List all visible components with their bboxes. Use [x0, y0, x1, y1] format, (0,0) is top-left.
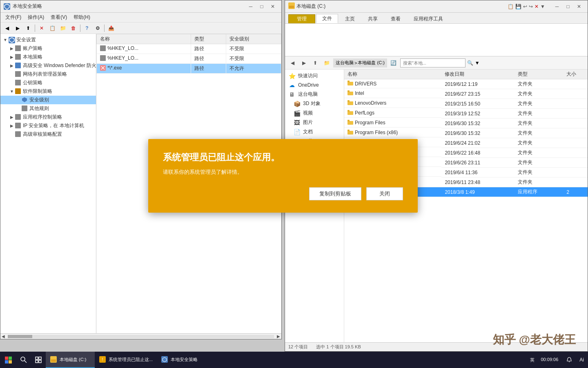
file-date-4: 2019/6/30 15:32 [441, 119, 514, 128]
ribbon-tab-mgmt[interactable]: 管理 [288, 14, 315, 23]
nav-quick-access[interactable]: ⭐ 快速访问 [285, 71, 344, 81]
nav-up[interactable]: ⬆ [310, 58, 320, 68]
menu-view[interactable]: 查看(V) [47, 13, 70, 22]
nav-refresh[interactable]: 🔄 [389, 58, 399, 68]
toolbar-up-btn[interactable]: ⬆ [23, 24, 33, 33]
close-button[interactable]: ✕ [267, 1, 278, 12]
col-level[interactable]: 安全级别 [226, 34, 281, 44]
scroll-thumb[interactable] [8, 335, 32, 338]
tree-item-software[interactable]: ▼ 软件限制策略 [0, 87, 96, 96]
copy-to-clipboard-button[interactable]: 复制到剪贴板 [309, 187, 361, 200]
ribbon-tab-file[interactable]: 文件 [316, 14, 338, 23]
col-name[interactable]: 名称 [97, 34, 191, 44]
cell-level-0: 不受限 [226, 44, 281, 54]
scroll-left[interactable]: ◀ [0, 334, 6, 339]
file-col-date[interactable]: 修改日期 [441, 70, 514, 79]
ribbon-tab-share[interactable]: 共享 [362, 14, 384, 23]
breadcrumb-drive[interactable]: 本地磁盘 (C:) [358, 60, 384, 66]
table-row[interactable]: Intel 2019/6/27 23:15 文件夹 [344, 89, 588, 99]
nav-3d[interactable]: 📦 3D 对象 [285, 99, 344, 108]
nav-pictures[interactable]: 🖼 图片 [285, 118, 344, 127]
file-col-type[interactable]: 类型 [514, 70, 563, 79]
close-dialog-button[interactable]: 关闭 [366, 187, 403, 200]
file-icon-4 [347, 120, 353, 126]
expander-account[interactable]: ▶ [9, 45, 15, 52]
maximize-button[interactable]: □ [256, 1, 267, 12]
file-col-name[interactable]: 名称 [344, 70, 441, 79]
expander-ipsec[interactable]: ▶ [9, 123, 15, 129]
table-row[interactable]: DRIVERS 2019/6/12 1:19 文件夹 [344, 79, 588, 89]
taskbar-app-explorer[interactable]: 本地磁盘 (C:) [46, 352, 95, 368]
search-input[interactable] [400, 58, 466, 67]
expand-icon[interactable]: ▼ [475, 60, 480, 66]
nav-location[interactable]: 📁 [322, 58, 332, 68]
expander-security[interactable]: ▼ [2, 37, 9, 43]
breadcrumb-computer[interactable]: 这台电脑 [336, 60, 354, 66]
tree-item-otherrules[interactable]: ▶ 其他规则 [0, 104, 96, 113]
expander-software[interactable]: ▼ [9, 88, 15, 95]
table-row[interactable]: %HKEY_LO... 路径 不受限 [97, 44, 281, 54]
scroll-right[interactable]: ▶ [276, 334, 281, 339]
tree-item-netlist[interactable]: ▶ 网络列表管理器策略 [0, 70, 96, 79]
tree-item-ipsec[interactable]: ▶ IP 安全策略，在 本地计算机 [0, 121, 96, 130]
taskbar-app-dialog[interactable]: ! 系统管理员已阻止这... [95, 352, 157, 368]
col-type[interactable]: 类型 [191, 34, 226, 44]
notification-button[interactable] [563, 352, 575, 368]
tree-item-account[interactable]: ▶ 账户策略 [0, 44, 96, 53]
ribbon-tab-view[interactable]: 查看 [385, 14, 407, 23]
h-scrollbar[interactable]: ◀ ▶ [0, 333, 281, 339]
toolbar-paste-btn[interactable]: 📁 [58, 24, 68, 33]
minimize-button[interactable]: ─ [245, 1, 256, 12]
tree-item-seclevel[interactable]: ▶ 安全级别 [0, 96, 96, 104]
ai-badge[interactable]: Ai [577, 356, 586, 364]
table-row[interactable]: LenovoDrivers 2019/2/15 16:50 文件夹 [344, 99, 588, 109]
table-row[interactable]: Program Files (x86) 2019/6/30 15:32 文件夹 [344, 128, 588, 138]
tree-item-security-settings[interactable]: ▼ 安全设置 [0, 36, 96, 44]
task-view-button[interactable] [31, 352, 46, 368]
ribbon-tab-apptools[interactable]: 应用程序工具 [408, 14, 449, 23]
file-col-size[interactable]: 大小 [563, 70, 588, 79]
file-type-6: 文件夹 [514, 138, 563, 148]
explorer-minimize[interactable]: ─ [552, 1, 562, 12]
table-row[interactable]: %HKEY_LO... 路径 不受限 [97, 54, 281, 64]
explorer-maximize[interactable]: □ [563, 1, 573, 12]
expander-local[interactable]: ▶ [9, 54, 15, 61]
expander-apppolicy[interactable]: ▶ [9, 114, 15, 121]
taskbar-app-secpolicy[interactable]: 本地安全策略 [157, 352, 206, 368]
toolbar-back-btn[interactable]: ◀ [2, 24, 12, 33]
tree-item-apppolicy[interactable]: ▶ 应用程序控制策略 [0, 113, 96, 121]
table-row[interactable]: *\*.exe 路径 不允许 [97, 64, 281, 74]
tree-item-audit[interactable]: ▶ 高级审核策略配置 [0, 130, 96, 139]
tray-lang[interactable]: 英 [528, 357, 536, 363]
menu-file[interactable]: 文件(F) [2, 13, 24, 22]
nav-label-quick: 快速访问 [298, 72, 318, 79]
nav-this-pc[interactable]: 🖥 这台电脑 [285, 90, 344, 99]
menu-action[interactable]: 操作(A) [24, 13, 47, 22]
tree-item-pubkey[interactable]: ▶ 公钥策略 [0, 79, 96, 87]
table-row[interactable]: Program Files 2019/6/30 15:32 文件夹 [344, 119, 588, 128]
menu-help[interactable]: 帮助(H) [70, 13, 94, 22]
table-row[interactable]: PerfLogs 2019/3/19 12:52 文件夹 [344, 109, 588, 119]
taskbar-search-button[interactable] [16, 352, 31, 368]
explorer-close[interactable]: ✕ [574, 1, 584, 12]
toolbar-props-btn[interactable]: ⚙ [93, 24, 102, 33]
toolbar-cancel-btn[interactable]: ✕ [37, 24, 47, 33]
nav-onedrive[interactable]: ☁ OneDrive [285, 81, 344, 90]
nav-forward[interactable]: ▶ [299, 58, 309, 68]
svg-rect-4 [15, 45, 21, 51]
tree-item-local[interactable]: ▶ 本地策略 [0, 53, 96, 61]
nav-back[interactable]: ◀ [287, 58, 297, 68]
toolbar-delete-btn[interactable]: 🗑 [69, 24, 78, 33]
toolbar-help-btn[interactable]: ? [82, 24, 92, 33]
search-icon[interactable]: 🔍 [467, 60, 473, 66]
toolbar-export-btn[interactable]: 📤 [106, 24, 116, 33]
svg-rect-66 [39, 360, 41, 363]
tree-item-defender[interactable]: ▶ 高级安全 Windows Defender 防火墙 [0, 61, 96, 70]
expander-defender[interactable]: ▶ [9, 63, 15, 69]
toolbar-forward-btn[interactable]: ▶ [13, 24, 22, 33]
start-button[interactable] [0, 352, 16, 368]
ribbon-tab-home[interactable]: 主页 [339, 14, 361, 23]
nav-documents[interactable]: 📄 文档 [285, 127, 344, 137]
toolbar-copy-btn[interactable]: 📋 [47, 24, 57, 33]
nav-video[interactable]: 🎬 视频 [285, 108, 344, 118]
